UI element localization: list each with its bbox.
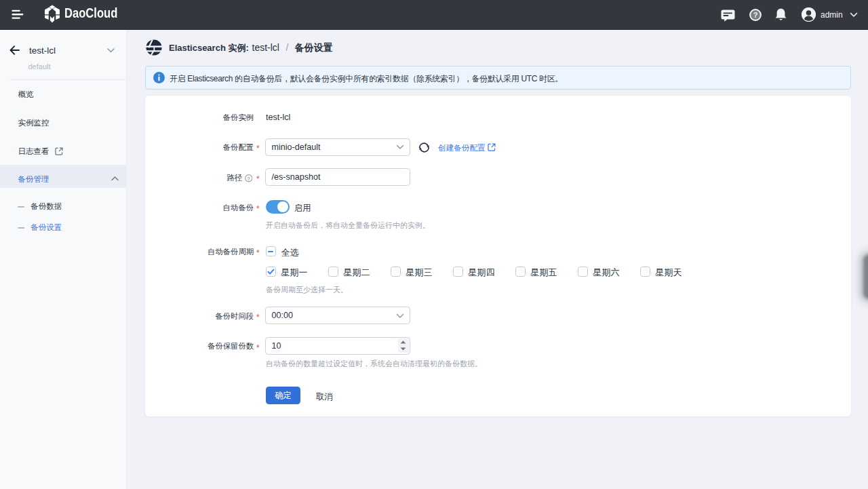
svg-text:?: ?: [753, 11, 758, 19]
svg-text:?: ?: [247, 176, 250, 182]
